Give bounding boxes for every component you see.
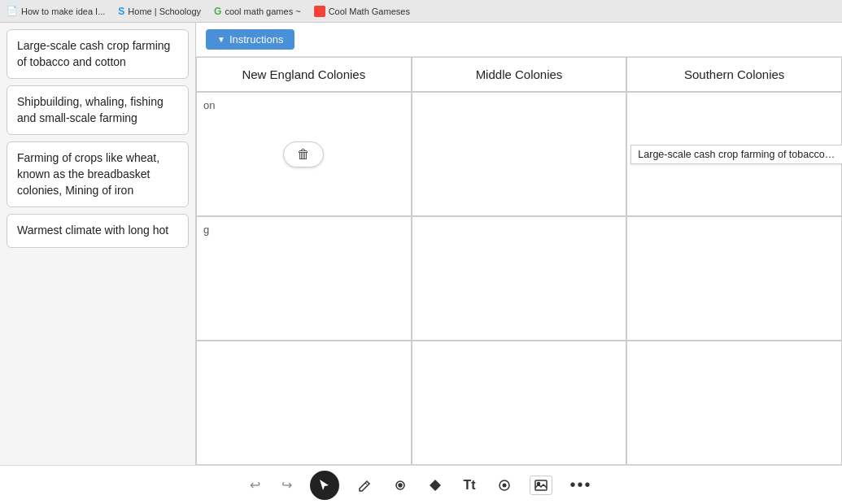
sidebar: Large-scale cash crop farming of tobacco… bbox=[0, 23, 195, 465]
cell-southern-row1[interactable]: Large-scale cash crop farming of tobacco… bbox=[626, 92, 842, 216]
pen-button[interactable] bbox=[354, 475, 375, 496]
header-southern-colonies: Southern Colonies bbox=[626, 57, 842, 92]
cell-southern-row3[interactable] bbox=[626, 341, 842, 465]
cell-new-england-row3[interactable] bbox=[196, 341, 412, 465]
card-farming-wheat[interactable]: Farming of crops like wheat, known as th… bbox=[7, 141, 189, 207]
browser-tab-bar: 📄 How to make idea I... S Home | Schoolo… bbox=[0, 0, 842, 23]
image-icon bbox=[534, 478, 548, 493]
eraser-button[interactable] bbox=[390, 475, 411, 496]
cell-new-england-row2[interactable]: g bbox=[196, 216, 412, 341]
cell-middle-row1[interactable] bbox=[412, 92, 627, 216]
bottom-toolbar: ↩ ↪ Tt • bbox=[0, 465, 842, 504]
header-middle-colonies: Middle Colonies bbox=[412, 57, 627, 92]
image-button[interactable] bbox=[530, 476, 552, 495]
card-tobacco[interactable]: Large-scale cash crop farming of tobacco… bbox=[7, 29, 189, 79]
delete-button[interactable]: 🗑 bbox=[283, 141, 324, 167]
diamond-icon bbox=[429, 479, 442, 492]
partial-text-on: on bbox=[203, 99, 215, 111]
diamond-button[interactable] bbox=[425, 476, 445, 495]
eraser-icon bbox=[393, 478, 408, 493]
cursor-button[interactable] bbox=[310, 471, 339, 500]
cell-new-england-row1[interactable]: on 🗑 bbox=[196, 92, 412, 216]
pen-icon bbox=[357, 478, 372, 493]
svg-point-3 bbox=[502, 483, 506, 487]
instructions-row: ▼ Instructions bbox=[196, 23, 842, 57]
header-new-england: New England Colonies bbox=[196, 57, 412, 92]
instructions-button[interactable]: ▼ Instructions bbox=[206, 29, 294, 50]
cursor-icon bbox=[317, 478, 332, 493]
colony-table: New England Colonies Middle Colonies Sou… bbox=[196, 57, 842, 465]
trash-icon: 🗑 bbox=[297, 147, 310, 162]
undo-button[interactable]: ↩ bbox=[246, 474, 264, 496]
main-content: Large-scale cash crop farming of tobacco… bbox=[0, 23, 842, 465]
more-options-button[interactable]: ••• bbox=[567, 472, 596, 497]
svg-point-5 bbox=[537, 482, 539, 484]
circle-icon bbox=[497, 478, 512, 493]
table-area: ▼ Instructions New England Colonies Midd… bbox=[195, 23, 842, 465]
redo-button[interactable]: ↪ bbox=[278, 474, 295, 496]
chevron-down-icon: ▼ bbox=[217, 35, 225, 44]
text-button[interactable]: Tt bbox=[460, 475, 478, 496]
southern-row1-label: Large-scale cash crop farming of tobacco… bbox=[630, 145, 842, 164]
tab-cool-math-2[interactable]: Cool Math Gameses bbox=[314, 6, 410, 17]
tab-schoology[interactable]: S Home | Schoology bbox=[118, 6, 201, 17]
cell-middle-row3[interactable] bbox=[412, 341, 627, 465]
tab-cool-math-1[interactable]: G cool math games ~ bbox=[214, 6, 301, 17]
cell-southern-row2[interactable] bbox=[626, 216, 842, 341]
card-shipbuilding[interactable]: Shipbuilding, whaling, fishing and small… bbox=[7, 85, 189, 135]
cell-middle-row2[interactable] bbox=[412, 216, 627, 341]
tab-how-to[interactable]: 📄 How to make idea I... bbox=[7, 6, 105, 16]
card-warmest-climate[interactable]: Warmest climate with long hot bbox=[7, 214, 189, 248]
partial-text-g: g bbox=[203, 224, 209, 236]
svg-point-1 bbox=[399, 484, 402, 487]
circle-button[interactable] bbox=[494, 475, 515, 496]
